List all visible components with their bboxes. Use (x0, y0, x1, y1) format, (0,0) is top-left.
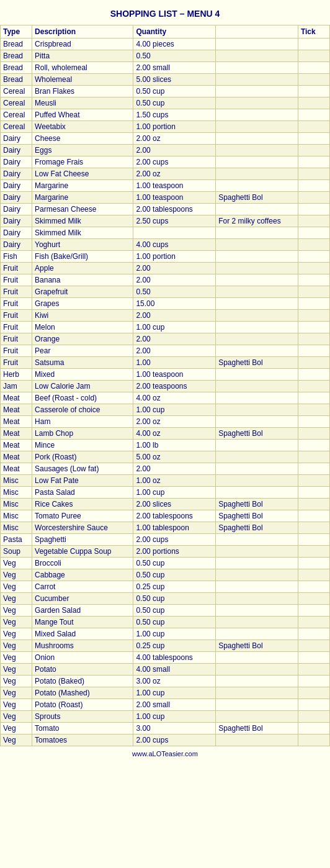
cell-type: Cereal (1, 97, 32, 109)
cell-tick[interactable] (298, 723, 329, 735)
cell-type: Veg (1, 652, 32, 664)
cell-type: Misc (1, 510, 32, 522)
table-row: MiscRice Cakes2.00 slicesSpaghetti Bol (1, 499, 330, 510)
cell-tick[interactable] (298, 298, 329, 310)
cell-desc: Casserole of choice (32, 404, 133, 416)
table-row: FruitGrapes15.00 (1, 298, 330, 310)
cell-tick[interactable] (298, 168, 329, 180)
cell-tick[interactable] (298, 428, 329, 440)
cell-tick[interactable] (298, 463, 329, 475)
cell-tick[interactable] (298, 652, 329, 664)
cell-tick[interactable] (298, 534, 329, 546)
cell-tick[interactable] (298, 251, 329, 263)
cell-tick[interactable] (298, 62, 329, 74)
cell-qty: 1.00 cup (133, 404, 216, 416)
cell-tick[interactable] (298, 180, 329, 192)
cell-qty: 2.00 oz (133, 168, 216, 180)
cell-tick[interactable] (298, 50, 329, 62)
cell-note (216, 628, 298, 640)
cell-tick[interactable] (298, 38, 329, 50)
cell-tick[interactable] (298, 487, 329, 499)
cell-tick[interactable] (298, 416, 329, 428)
cell-tick[interactable] (298, 109, 329, 121)
cell-tick[interactable] (298, 475, 329, 487)
cell-desc: Carrot (32, 581, 133, 593)
cell-tick[interactable] (298, 333, 329, 345)
cell-tick[interactable] (298, 617, 329, 628)
page-title: SHOPPING LIST – MENU 4 (0, 0, 330, 25)
cell-tick[interactable] (298, 546, 329, 558)
cell-tick[interactable] (298, 369, 329, 381)
cell-note (216, 617, 298, 628)
cell-tick[interactable] (298, 263, 329, 274)
cell-tick[interactable] (298, 227, 329, 239)
cell-type: Fruit (1, 310, 32, 322)
cell-tick[interactable] (298, 676, 329, 687)
cell-tick[interactable] (298, 392, 329, 404)
cell-tick[interactable] (298, 499, 329, 510)
cell-tick[interactable] (298, 522, 329, 534)
cell-tick[interactable] (298, 404, 329, 416)
cell-type: Veg (1, 711, 32, 723)
cell-tick[interactable] (298, 735, 329, 746)
cell-type: Veg (1, 569, 32, 581)
table-row: FruitMelon1.00 cup (1, 322, 330, 333)
cell-note (216, 416, 298, 428)
cell-tick[interactable] (298, 569, 329, 581)
cell-tick[interactable] (298, 510, 329, 522)
cell-tick[interactable] (298, 274, 329, 286)
cell-note (216, 239, 298, 251)
cell-tick[interactable] (298, 605, 329, 617)
cell-tick[interactable] (298, 156, 329, 168)
cell-note: Spaghetti Bol (216, 499, 298, 510)
cell-note (216, 404, 298, 416)
cell-tick[interactable] (298, 357, 329, 369)
cell-tick[interactable] (298, 97, 329, 109)
cell-tick[interactable] (298, 322, 329, 333)
cell-note (216, 38, 298, 50)
cell-tick[interactable] (298, 204, 329, 215)
cell-qty: 1.00 teaspoon (133, 180, 216, 192)
cell-tick[interactable] (298, 192, 329, 204)
cell-tick[interactable] (298, 215, 329, 227)
cell-tick[interactable] (298, 628, 329, 640)
cell-note (216, 369, 298, 381)
cell-tick[interactable] (298, 664, 329, 676)
cell-tick[interactable] (298, 687, 329, 699)
cell-qty: 1.00 portion (133, 251, 216, 263)
cell-tick[interactable] (298, 345, 329, 357)
cell-qty: 1.00 tablespoon (133, 522, 216, 534)
cell-tick[interactable] (298, 286, 329, 298)
cell-tick[interactable] (298, 451, 329, 463)
cell-note (216, 711, 298, 723)
cell-tick[interactable] (298, 593, 329, 605)
cell-tick[interactable] (298, 133, 329, 145)
table-row: DairyMargarine1.00 teaspoon (1, 180, 330, 192)
cell-tick[interactable] (298, 699, 329, 711)
cell-tick[interactable] (298, 239, 329, 251)
cell-tick[interactable] (298, 440, 329, 451)
cell-qty: 4.00 pieces (133, 38, 216, 50)
cell-tick[interactable] (298, 711, 329, 723)
cell-tick[interactable] (298, 310, 329, 322)
cell-tick[interactable] (298, 145, 329, 156)
cell-tick[interactable] (298, 381, 329, 392)
cell-qty: 2.00 cups (133, 534, 216, 546)
cell-qty: 1.00 lb (133, 440, 216, 451)
cell-note (216, 145, 298, 156)
cell-tick[interactable] (298, 581, 329, 593)
cell-type: Meat (1, 404, 32, 416)
cell-type: Dairy (1, 215, 32, 227)
cell-desc: Margarine (32, 192, 133, 204)
cell-type: Dairy (1, 156, 32, 168)
cell-desc: Tomato (32, 723, 133, 735)
cell-tick[interactable] (298, 640, 329, 652)
cell-tick[interactable] (298, 74, 329, 86)
cell-tick[interactable] (298, 121, 329, 133)
cell-note (216, 74, 298, 86)
cell-tick[interactable] (298, 86, 329, 97)
table-row: DairyYoghurt4.00 cups (1, 239, 330, 251)
cell-tick[interactable] (298, 558, 329, 569)
cell-desc: Orange (32, 333, 133, 345)
cell-desc: Mince (32, 440, 133, 451)
